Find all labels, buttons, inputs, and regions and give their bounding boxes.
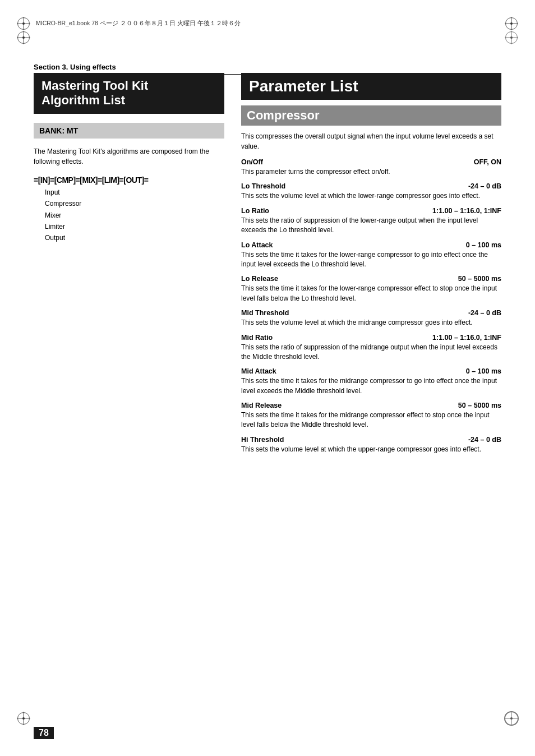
param-desc: This sets the time it takes for the midr… (241, 376, 501, 396)
param-header: Mid Attack0 – 100 ms (241, 367, 501, 375)
param-item: Mid Attack0 – 100 msThis sets the time i… (241, 367, 501, 396)
right-column: Parameter List Compressor This compresse… (241, 73, 501, 711)
param-range: 50 – 5000 ms (458, 275, 501, 283)
header-text: MICRO-BR_e1.book 78 ページ ２００６年８月１日 火曜日 午後… (36, 20, 499, 27)
param-name: Lo Threshold (241, 182, 285, 190)
param-item: Lo Threshold-24 – 0 dBThis sets the volu… (241, 182, 501, 201)
main-content: Mastering Tool Kit Algorithm List BANK: … (34, 73, 501, 711)
chain-item-output: Output (45, 232, 224, 243)
param-item: Mid Release50 – 5000 msThis sets the tim… (241, 402, 501, 430)
param-item: Mid Threshold-24 – 0 dBThis sets the vol… (241, 309, 501, 328)
bank-label: BANK: MT (39, 126, 78, 135)
param-name: Lo Attack (241, 241, 273, 249)
corner-mark-tr (505, 31, 518, 44)
signal-formula: =[IN]=[CMP]=[MIX]=[LIM]=[OUT]= (34, 176, 224, 185)
param-desc: This sets the time it takes for the midr… (241, 411, 501, 430)
header-bar: MICRO-BR_e1.book 78 ページ ２００６年８月１日 火曜日 午後… (17, 17, 518, 30)
param-name: Mid Attack (241, 367, 276, 375)
reg-mark-header-left (17, 17, 30, 30)
param-range: -24 – 0 dB (468, 436, 501, 444)
param-desc: This sets the volume level at which the … (241, 318, 501, 328)
param-name: On/Off (241, 158, 263, 166)
param-item: Mid Ratio1:1.00 – 1:16.0, 1:INFThis sets… (241, 334, 501, 362)
param-item: Lo Release50 – 5000 msThis sets the time… (241, 275, 501, 303)
param-range: OFF, ON (474, 158, 501, 166)
chain-item-compressor: Compressor (45, 198, 224, 209)
right-title-box: Parameter List (241, 73, 501, 100)
intro-text: The Mastering Tool Kit's algorithms are … (34, 146, 224, 167)
param-name: Mid Release (241, 402, 282, 409)
left-title-box: Mastering Tool Kit Algorithm List (34, 73, 224, 114)
param-header: Hi Threshold-24 – 0 dB (241, 436, 501, 444)
compressor-intro: This compresses the overall output signa… (241, 131, 501, 151)
param-range: 0 – 100 ms (466, 241, 501, 249)
param-header: Lo Attack0 – 100 ms (241, 241, 501, 249)
param-header: Mid Ratio1:1.00 – 1:16.0, 1:INF (241, 334, 501, 342)
param-desc: This sets the time it takes for the lowe… (241, 284, 501, 303)
chain-item-mixer: Mixer (45, 210, 224, 221)
page: MICRO-BR_e1.book 78 ページ ２００６年８月１日 火曜日 午後… (0, 0, 535, 756)
corner-mark-bl (17, 712, 30, 725)
param-range: 0 – 100 ms (466, 367, 501, 375)
param-name: Lo Release (241, 275, 278, 283)
param-name: Mid Ratio (241, 334, 273, 342)
param-header: On/OffOFF, ON (241, 158, 501, 166)
param-name: Lo Ratio (241, 207, 269, 215)
param-header: Lo Release50 – 5000 ms (241, 275, 501, 283)
param-item: Lo Ratio1:1.00 – 1:16.0, 1:INFThis sets … (241, 207, 501, 236)
param-range: -24 – 0 dB (468, 309, 501, 317)
param-range: 1:1.00 – 1:16.0, 1:INF (432, 334, 501, 342)
param-header: Lo Ratio1:1.00 – 1:16.0, 1:INF (241, 207, 501, 215)
left-title: Mastering Tool Kit Algorithm List (41, 79, 216, 108)
param-desc: This sets the ratio of suppression of th… (241, 343, 501, 362)
param-item: Lo Attack0 – 100 msThis sets the time it… (241, 241, 501, 270)
compressor-title: Compressor (247, 108, 496, 123)
corner-mark-tl (17, 31, 30, 44)
left-column: Mastering Tool Kit Algorithm List BANK: … (34, 73, 224, 711)
right-title: Parameter List (249, 77, 494, 95)
chain-item-limiter: Limiter (45, 221, 224, 232)
param-desc: This sets the volume level at which the … (241, 191, 501, 201)
param-item: Hi Threshold-24 – 0 dBThis sets the volu… (241, 436, 501, 454)
param-header: Mid Release50 – 5000 ms (241, 402, 501, 409)
param-desc: This parameter turns the compressor effe… (241, 167, 501, 177)
param-range: -24 – 0 dB (468, 182, 501, 190)
param-header: Mid Threshold-24 – 0 dB (241, 309, 501, 317)
chain-item-input: Input (45, 187, 224, 198)
signal-chain-list: Input Compressor Mixer Limiter Output (45, 187, 224, 244)
parameter-list: On/OffOFF, ONThis parameter turns the co… (241, 158, 501, 454)
param-range: 1:1.00 – 1:16.0, 1:INF (432, 207, 501, 215)
param-name: Mid Threshold (241, 309, 289, 317)
param-header: Lo Threshold-24 – 0 dB (241, 182, 501, 190)
corner-mark-br (505, 712, 518, 725)
param-desc: This sets the volume level at which the … (241, 445, 501, 454)
param-desc: This sets the time it takes for the lowe… (241, 250, 501, 270)
reg-mark-header-right (505, 17, 518, 30)
param-desc: This sets the ratio of suppression of th… (241, 216, 501, 236)
bank-box: BANK: MT (34, 123, 224, 139)
param-range: 50 – 5000 ms (458, 402, 501, 409)
compressor-header: Compressor (241, 105, 501, 126)
page-number: 78 (34, 727, 54, 739)
param-name: Hi Threshold (241, 436, 284, 444)
signal-chain: =[IN]=[CMP]=[MIX]=[LIM]=[OUT]= Input Com… (34, 176, 224, 244)
param-item: On/OffOFF, ONThis parameter turns the co… (241, 158, 501, 177)
